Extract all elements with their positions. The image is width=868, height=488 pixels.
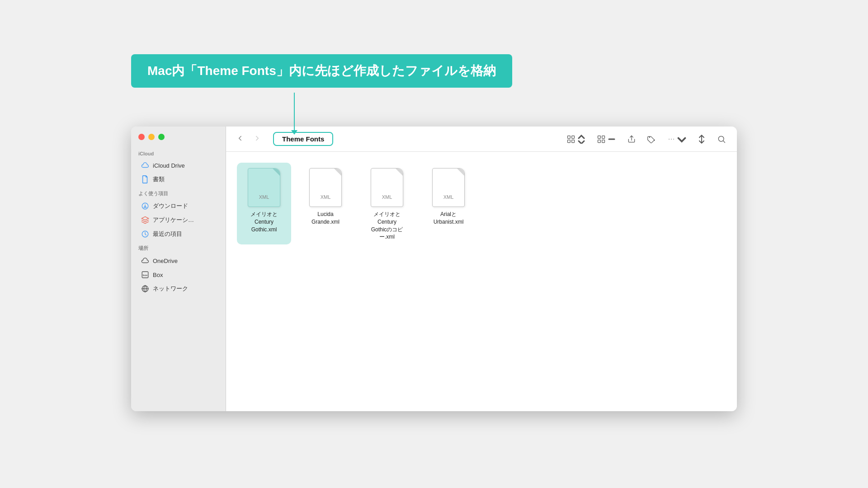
file-shape-3 (371, 168, 403, 207)
file-shape-1 (248, 168, 280, 207)
sidebar-item-applications[interactable]: アプリケーシ… (134, 213, 223, 227)
annotation-text: Mac内「Theme Fonts」内に先ほど作成したファイルを格納 (147, 64, 496, 78)
svg-point-13 (649, 136, 651, 138)
back-button[interactable] (233, 132, 247, 146)
sidebar: iCloud iCloud Drive 書類 (131, 127, 226, 411)
tag-button[interactable] (643, 132, 660, 146)
main-content: Theme Fonts (226, 127, 737, 411)
sidebar-item-icloud-drive[interactable]: iCloud Drive (134, 159, 223, 172)
sort-button[interactable] (693, 132, 710, 146)
file-icon-2: XML (307, 167, 344, 208)
file-name-4: ArialとUrbanist.xml (434, 211, 464, 226)
file-icon-4: XML (430, 167, 467, 208)
cloud-icon (141, 161, 149, 169)
globe-icon (141, 285, 149, 293)
file-item-1[interactable]: XML メイリオと CenturyGothic.xml (237, 163, 291, 244)
file-item-2[interactable]: XML LucidaGrande.xml (298, 163, 353, 244)
sidebar-section-locations: 場所 (131, 241, 226, 253)
sidebar-label-applications: アプリケーシ… (153, 216, 194, 224)
svg-text:box: box (143, 274, 148, 277)
sidebar-label-downloads: ダウンロード (153, 202, 188, 210)
doc-icon (141, 175, 149, 183)
box-icon: box (141, 271, 149, 279)
svg-point-14 (671, 139, 672, 140)
file-type-label-2: XML (321, 194, 331, 200)
onedrive-icon (141, 257, 149, 265)
sidebar-item-onedrive[interactable]: OneDrive (134, 254, 223, 267)
folder-title: Theme Fonts (273, 132, 333, 146)
svg-rect-12 (602, 140, 605, 142)
forward-button[interactable] (250, 132, 264, 146)
close-button[interactable] (138, 134, 145, 140)
file-icon-3: XML (369, 167, 405, 208)
file-type-label-4: XML (443, 194, 454, 200)
minimize-button[interactable] (148, 134, 155, 140)
maximize-button[interactable] (158, 134, 165, 140)
sidebar-item-box[interactable]: box Box (134, 268, 223, 282)
sidebar-label-box: Box (153, 272, 163, 278)
sidebar-label-icloud-drive: iCloud Drive (153, 162, 185, 169)
share-button[interactable] (623, 132, 640, 146)
file-shape-4 (432, 168, 465, 207)
file-name-3: メイリオと CenturyGothicのコピー.xml (363, 211, 410, 241)
file-type-label-1: XML (259, 194, 269, 200)
sidebar-item-recents[interactable]: 最近の項目 (134, 227, 223, 241)
scene: Mac内「Theme Fonts」内に先ほど作成したファイルを格納 iCloud… (118, 41, 750, 447)
file-grid: XML メイリオと CenturyGothic.xml XML LucidaGr… (226, 152, 737, 255)
sidebar-item-documents[interactable]: 書類 (134, 173, 223, 186)
svg-point-15 (669, 139, 670, 140)
svg-rect-5 (568, 136, 571, 138)
clock-icon (141, 230, 149, 238)
sidebar-label-network: ネットワーク (153, 285, 188, 293)
window-controls (131, 134, 226, 147)
finder-window: iCloud iCloud Drive 書類 (131, 127, 737, 411)
svg-rect-9 (598, 136, 601, 138)
svg-rect-11 (598, 140, 601, 142)
icon-view-button[interactable] (563, 132, 590, 146)
annotation-banner: Mac内「Theme Fonts」内に先ほど作成したファイルを格納 (131, 54, 512, 88)
sidebar-section-icloud: iCloud (131, 147, 226, 158)
file-name-2: LucidaGrande.xml (311, 211, 340, 226)
svg-point-16 (673, 139, 674, 140)
file-item-3[interactable]: XML メイリオと CenturyGothicのコピー.xml (360, 163, 414, 244)
svg-rect-10 (602, 136, 605, 138)
svg-point-17 (718, 136, 724, 141)
list-view-button[interactable] (593, 132, 620, 146)
sidebar-label-onedrive: OneDrive (153, 258, 178, 264)
svg-rect-8 (572, 140, 575, 142)
annotation-arrow (294, 93, 295, 131)
file-icon-1: XML (246, 167, 282, 208)
more-button[interactable] (663, 132, 690, 146)
sidebar-item-network[interactable]: ネットワーク (134, 282, 223, 296)
file-type-label-3: XML (382, 194, 392, 200)
download-icon (141, 202, 149, 210)
svg-rect-7 (568, 140, 571, 142)
sidebar-label-documents: 書類 (153, 175, 165, 183)
svg-rect-6 (572, 136, 575, 138)
sidebar-item-downloads[interactable]: ダウンロード (134, 199, 223, 213)
file-shape-2 (309, 168, 342, 207)
file-name-1: メイリオと CenturyGothic.xml (241, 211, 288, 233)
file-item-4[interactable]: XML ArialとUrbanist.xml (421, 163, 476, 244)
app-icon (141, 216, 149, 224)
search-button[interactable] (713, 132, 730, 146)
toolbar: Theme Fonts (226, 127, 737, 152)
sidebar-label-recents: 最近の項目 (153, 230, 182, 238)
sidebar-section-favorites: よく使う項目 (131, 187, 226, 199)
